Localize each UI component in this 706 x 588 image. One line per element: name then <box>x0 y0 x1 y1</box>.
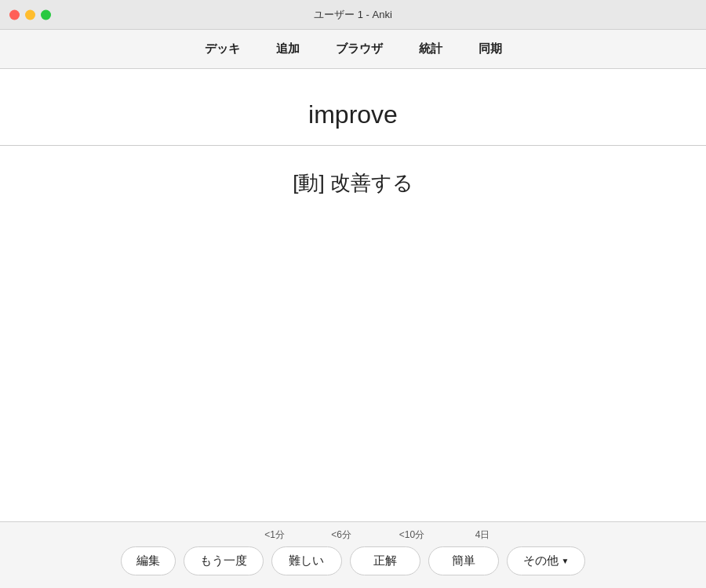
timing-good: <10分 <box>377 528 447 542</box>
nav-item-stats[interactable]: 統計 <box>413 38 449 60</box>
nav-item-decks[interactable]: デッキ <box>198 38 246 60</box>
window-controls <box>9 9 51 20</box>
bottom-area: <1分 <6分 <10分 4日 編集 もう一度 難しい 正解 簡単 その他 ▼ <box>0 521 706 588</box>
answer-buttons: 編集 もう一度 難しい 正解 簡単 その他 ▼ <box>16 546 690 575</box>
timing-labels: <1分 <6分 <10分 4日 <box>16 528 690 542</box>
window-title: ユーザー 1 - Anki <box>314 8 392 22</box>
card-back: [動] 改善する <box>0 146 706 220</box>
edit-button[interactable]: 編集 <box>121 546 176 575</box>
nav-item-sync[interactable]: 同期 <box>472 38 508 60</box>
maximize-button[interactable] <box>41 9 51 20</box>
other-button[interactable]: その他 ▼ <box>507 546 586 575</box>
timing-label-group: <1分 <6分 <10分 4日 <box>16 528 690 542</box>
main-content: improve [動] 改善する <box>0 69 706 521</box>
timing-easy: 4日 <box>447 528 518 542</box>
easy-button[interactable]: 簡単 <box>428 546 499 575</box>
timing-again: <1分 <box>243 528 306 542</box>
hard-button[interactable]: 難しい <box>271 546 342 575</box>
title-bar: ユーザー 1 - Anki <box>0 0 706 30</box>
nav-bar: デッキ 追加 ブラウザ 統計 同期 <box>0 30 706 69</box>
other-label: その他 <box>523 554 559 568</box>
card-word: improve <box>308 100 398 129</box>
nav-item-browser[interactable]: ブラウザ <box>329 38 389 60</box>
timing-hard: <6分 <box>306 528 377 542</box>
dropdown-arrow-icon: ▼ <box>562 557 570 565</box>
card-front: improve <box>0 69 706 145</box>
minimize-button[interactable] <box>25 9 35 20</box>
close-button[interactable] <box>9 9 20 20</box>
card-meaning: [動] 改善する <box>293 171 413 194</box>
nav-item-add[interactable]: 追加 <box>270 38 306 60</box>
good-button[interactable]: 正解 <box>350 546 420 575</box>
again-button[interactable]: もう一度 <box>184 546 264 575</box>
